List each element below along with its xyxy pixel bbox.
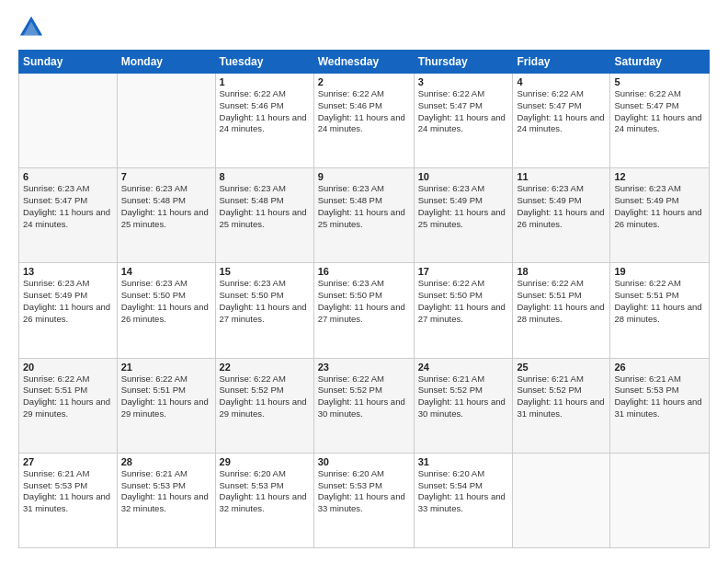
day-number: 5 [614,76,705,87]
day-number: 1 [220,76,310,87]
calendar-cell: 23Sunrise: 6:22 AM Sunset: 5:52 PM Dayli… [313,358,414,453]
day-number: 16 [318,266,410,277]
day-number: 19 [614,266,705,277]
calendar-cell: 21Sunrise: 6:22 AM Sunset: 5:51 PM Dayli… [117,358,215,453]
day-number: 10 [418,171,509,182]
day-info: Sunrise: 6:23 AM Sunset: 5:49 PM Dayligh… [23,278,113,325]
day-number: 27 [23,456,113,467]
day-number: 12 [614,171,705,182]
day-number: 4 [517,76,606,87]
calendar-cell: 30Sunrise: 6:20 AM Sunset: 5:53 PM Dayli… [313,453,414,547]
weekday-header: Sunday [19,51,118,74]
calendar-cell: 14Sunrise: 6:23 AM Sunset: 5:50 PM Dayli… [117,263,215,358]
header [18,15,710,40]
weekday-header: Saturday [610,51,710,74]
calendar-cell: 7Sunrise: 6:23 AM Sunset: 5:48 PM Daylig… [117,168,215,263]
day-number: 23 [318,362,410,373]
day-number: 21 [121,362,211,373]
day-info: Sunrise: 6:23 AM Sunset: 5:47 PM Dayligh… [23,183,113,230]
day-number: 2 [318,76,410,87]
day-number: 3 [418,76,509,87]
calendar-week-row: 20Sunrise: 6:22 AM Sunset: 5:51 PM Dayli… [19,358,710,453]
day-info: Sunrise: 6:22 AM Sunset: 5:51 PM Dayligh… [517,278,606,325]
day-info: Sunrise: 6:22 AM Sunset: 5:52 PM Dayligh… [220,373,310,420]
day-number: 9 [318,171,410,182]
day-number: 8 [220,171,310,182]
day-info: Sunrise: 6:23 AM Sunset: 5:49 PM Dayligh… [517,183,606,230]
day-info: Sunrise: 6:23 AM Sunset: 5:50 PM Dayligh… [220,278,310,325]
day-info: Sunrise: 6:22 AM Sunset: 5:52 PM Dayligh… [318,373,410,420]
day-info: Sunrise: 6:21 AM Sunset: 5:52 PM Dayligh… [517,373,606,420]
day-number: 29 [220,456,310,467]
day-info: Sunrise: 6:22 AM Sunset: 5:51 PM Dayligh… [23,373,113,420]
day-info: Sunrise: 6:20 AM Sunset: 5:53 PM Dayligh… [318,468,410,515]
day-number: 13 [23,266,113,277]
calendar-cell: 1Sunrise: 6:22 AM Sunset: 5:46 PM Daylig… [215,74,313,168]
day-info: Sunrise: 6:22 AM Sunset: 5:46 PM Dayligh… [318,88,410,135]
logo [18,15,48,40]
weekday-header: Tuesday [215,51,313,74]
weekday-header: Friday [513,51,610,74]
day-number: 11 [517,171,606,182]
calendar-cell: 5Sunrise: 6:22 AM Sunset: 5:47 PM Daylig… [610,74,710,168]
calendar-cell: 27Sunrise: 6:21 AM Sunset: 5:53 PM Dayli… [19,453,118,547]
calendar-cell: 9Sunrise: 6:23 AM Sunset: 5:48 PM Daylig… [313,168,414,263]
day-info: Sunrise: 6:22 AM Sunset: 5:50 PM Dayligh… [418,278,509,325]
weekday-header: Thursday [414,51,513,74]
day-number: 22 [220,362,310,373]
day-number: 25 [517,362,606,373]
calendar-week-row: 27Sunrise: 6:21 AM Sunset: 5:53 PM Dayli… [19,453,710,547]
calendar-cell: 13Sunrise: 6:23 AM Sunset: 5:49 PM Dayli… [19,263,118,358]
day-number: 31 [418,456,509,467]
day-info: Sunrise: 6:23 AM Sunset: 5:49 PM Dayligh… [418,183,509,230]
day-info: Sunrise: 6:23 AM Sunset: 5:50 PM Dayligh… [121,278,211,325]
day-info: Sunrise: 6:21 AM Sunset: 5:52 PM Dayligh… [418,373,509,420]
day-info: Sunrise: 6:21 AM Sunset: 5:53 PM Dayligh… [614,373,705,420]
calendar-cell: 15Sunrise: 6:23 AM Sunset: 5:50 PM Dayli… [215,263,313,358]
day-info: Sunrise: 6:23 AM Sunset: 5:48 PM Dayligh… [318,183,410,230]
day-info: Sunrise: 6:23 AM Sunset: 5:50 PM Dayligh… [318,278,410,325]
calendar-cell: 16Sunrise: 6:23 AM Sunset: 5:50 PM Dayli… [313,263,414,358]
calendar-cell: 19Sunrise: 6:22 AM Sunset: 5:51 PM Dayli… [610,263,710,358]
page: SundayMondayTuesdayWednesdayThursdayFrid… [0,0,728,563]
calendar-cell: 2Sunrise: 6:22 AM Sunset: 5:46 PM Daylig… [313,74,414,168]
calendar-cell: 17Sunrise: 6:22 AM Sunset: 5:50 PM Dayli… [414,263,513,358]
calendar-cell: 29Sunrise: 6:20 AM Sunset: 5:53 PM Dayli… [215,453,313,547]
calendar-table: SundayMondayTuesdayWednesdayThursdayFrid… [18,50,710,548]
calendar-cell [513,453,610,547]
calendar-cell [610,453,710,547]
day-number: 28 [121,456,211,467]
day-number: 20 [23,362,113,373]
day-number: 15 [220,266,310,277]
calendar-cell: 31Sunrise: 6:20 AM Sunset: 5:54 PM Dayli… [414,453,513,547]
day-info: Sunrise: 6:23 AM Sunset: 5:49 PM Dayligh… [614,183,705,230]
day-number: 18 [517,266,606,277]
calendar-cell: 26Sunrise: 6:21 AM Sunset: 5:53 PM Dayli… [610,358,710,453]
calendar-cell [19,74,118,168]
logo-icon [18,15,44,40]
day-info: Sunrise: 6:23 AM Sunset: 5:48 PM Dayligh… [121,183,211,230]
weekday-header: Monday [117,51,215,74]
day-info: Sunrise: 6:22 AM Sunset: 5:51 PM Dayligh… [614,278,705,325]
calendar-cell: 4Sunrise: 6:22 AM Sunset: 5:47 PM Daylig… [513,74,610,168]
calendar-cell: 3Sunrise: 6:22 AM Sunset: 5:47 PM Daylig… [414,74,513,168]
day-info: Sunrise: 6:22 AM Sunset: 5:47 PM Dayligh… [517,88,606,135]
calendar-cell: 24Sunrise: 6:21 AM Sunset: 5:52 PM Dayli… [414,358,513,453]
day-info: Sunrise: 6:21 AM Sunset: 5:53 PM Dayligh… [23,468,113,515]
day-info: Sunrise: 6:22 AM Sunset: 5:47 PM Dayligh… [614,88,705,135]
calendar-cell: 8Sunrise: 6:23 AM Sunset: 5:48 PM Daylig… [215,168,313,263]
calendar-header-row: SundayMondayTuesdayWednesdayThursdayFrid… [19,51,710,74]
day-number: 26 [614,362,705,373]
calendar-cell: 6Sunrise: 6:23 AM Sunset: 5:47 PM Daylig… [19,168,118,263]
day-number: 6 [23,171,113,182]
calendar-cell: 22Sunrise: 6:22 AM Sunset: 5:52 PM Dayli… [215,358,313,453]
weekday-header: Wednesday [313,51,414,74]
day-info: Sunrise: 6:21 AM Sunset: 5:53 PM Dayligh… [121,468,211,515]
day-number: 17 [418,266,509,277]
day-number: 7 [121,171,211,182]
day-number: 14 [121,266,211,277]
day-info: Sunrise: 6:20 AM Sunset: 5:54 PM Dayligh… [418,468,509,515]
day-info: Sunrise: 6:20 AM Sunset: 5:53 PM Dayligh… [220,468,310,515]
calendar-cell [117,74,215,168]
day-info: Sunrise: 6:22 AM Sunset: 5:46 PM Dayligh… [220,88,310,135]
